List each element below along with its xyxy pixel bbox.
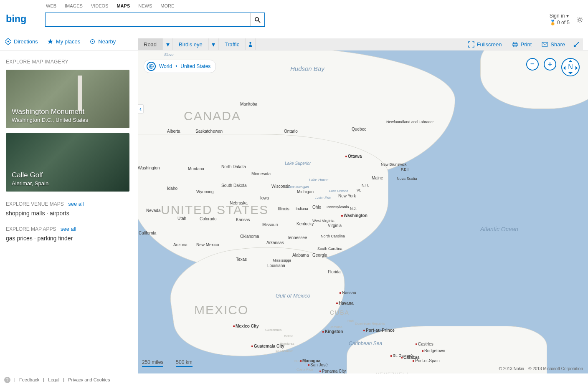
chevron-left-icon: ‹: [139, 105, 142, 113]
region-label: Newfoundland and Labrador: [386, 120, 434, 124]
footer: ? | Feedback | Legal | Privacy and Cooki…: [0, 373, 138, 386]
city-label: Kingston: [322, 329, 343, 334]
region-label: N.H.: [362, 183, 369, 187]
svg-point-3: [579, 19, 581, 21]
region-label: Haiti: [347, 319, 354, 323]
nav-videos[interactable]: VIDEOS: [91, 3, 109, 8]
imagery-card-2[interactable]: Calle Golf Alerimar, Spain: [6, 133, 129, 192]
nav-web[interactable]: WEB: [46, 3, 56, 8]
print-button[interactable]: Print: [507, 38, 537, 50]
region-label: Belize: [284, 334, 293, 338]
imagery-heading: EXPLORE MAP IMAGERY: [6, 59, 132, 65]
directions-icon: [5, 38, 11, 45]
sidebar: EXPLORE MAP IMAGERY Washington Monument …: [0, 50, 138, 373]
region-label: Kansas: [236, 217, 250, 222]
nav-more[interactable]: MORE: [160, 3, 174, 8]
region-label: Washington: [138, 166, 160, 170]
region-label: Florida: [328, 270, 341, 274]
sign-in-link[interactable]: Sign in ▾: [550, 13, 570, 19]
traffic-button[interactable]: Traffic: [219, 38, 246, 50]
venue-item-malls[interactable]: shopping malls: [6, 210, 45, 217]
region-label: Dominican Republic: [355, 322, 385, 325]
collapse-right-button[interactable]: [570, 38, 583, 50]
footer-privacy[interactable]: Privacy and Cookies: [68, 377, 110, 382]
attribution: © 2013 Nokia© 2013 Microsoft Corporation: [494, 366, 583, 371]
location-breadcrumb[interactable]: World • United States: [144, 60, 216, 73]
collapse-icon: [573, 41, 580, 48]
app-item-parking[interactable]: parking finder: [37, 235, 73, 242]
fullscreen-button[interactable]: Fullscreen: [463, 38, 507, 50]
view-road-button[interactable]: Road: [138, 38, 163, 50]
app-item-gas[interactable]: gas prices: [6, 235, 33, 242]
map-toolbar: Road ▾ Bird's eye ▾ Traffic Fullscreen P…: [138, 38, 583, 50]
search-input[interactable]: [46, 13, 250, 26]
region-label: N.J.: [350, 207, 357, 211]
nearby-link[interactable]: Nearby: [89, 38, 116, 45]
region-label: Vt.: [357, 188, 361, 192]
region-label: Nebraska: [230, 201, 248, 205]
bing-logo[interactable]: bing: [6, 13, 38, 27]
rewards-count[interactable]: 🏅 0 of 5: [550, 19, 570, 26]
view-road-dropdown[interactable]: ▾: [163, 38, 173, 50]
apps-see-all[interactable]: see all: [61, 226, 76, 232]
settings-button[interactable]: [577, 17, 583, 25]
sidebar-collapse-button[interactable]: ‹: [138, 104, 144, 114]
zoom-out-button[interactable]: −: [526, 58, 539, 71]
card-title: Calle Golf: [12, 171, 48, 179]
card-subtitle: Washington D.C., United States: [12, 117, 88, 123]
svg-line-10: [578, 21, 578, 22]
venue-see-all[interactable]: see all: [68, 201, 84, 207]
region-label: South Carolina: [317, 247, 342, 251]
nav-maps[interactable]: MAPS: [117, 3, 130, 8]
search-button[interactable]: [250, 13, 264, 26]
my-places-link[interactable]: My places: [47, 38, 81, 45]
compass-control[interactable]: N: [561, 58, 580, 76]
region-label: Nova Scotia: [397, 177, 417, 181]
region-label: Wyoming: [196, 189, 214, 194]
region-label: Arizona: [173, 242, 188, 247]
water-label: Gulf of Mexico: [276, 293, 310, 299]
search-icon: [254, 17, 261, 23]
svg-line-2: [258, 20, 260, 23]
share-button[interactable]: Share: [537, 38, 570, 50]
streetside-button[interactable]: [246, 38, 256, 50]
water-label: Atlantic Ocean: [480, 226, 518, 232]
country-label: CUBA: [330, 309, 350, 316]
apps-heading: EXPLORE MAP APPS: [6, 226, 56, 232]
monument-thumb: [78, 76, 82, 111]
footer-feedback[interactable]: Feedback: [19, 377, 39, 382]
view-birdseye-dropdown[interactable]: ▾: [209, 38, 219, 50]
view-birdseye-button[interactable]: Bird's eye: [173, 38, 209, 50]
footer-legal[interactable]: Legal: [48, 377, 59, 382]
map-canvas[interactable]: World • United States − + N CANADA UNITE…: [138, 50, 588, 373]
country-label: VENEZUELA: [376, 372, 409, 373]
region-label: North Carolina: [321, 234, 345, 238]
zoom-in-button[interactable]: +: [544, 58, 556, 71]
svg-line-8: [578, 18, 578, 18]
help-icon: ?: [6, 378, 9, 382]
country-label: CANADA: [184, 109, 241, 123]
region-label: Illinois: [278, 207, 289, 211]
imagery-card-1[interactable]: Washington Monument Washington D.C., Uni…: [6, 70, 129, 128]
nav-news[interactable]: NEWS: [138, 3, 152, 8]
print-icon: [512, 41, 518, 48]
city-label: Nassau: [340, 290, 356, 295]
directions-link[interactable]: Directions: [5, 38, 38, 45]
region-label: Texas: [236, 257, 247, 262]
nav-images[interactable]: IMAGES: [65, 3, 83, 8]
region-label: Alabama: [292, 253, 309, 257]
svg-point-15: [92, 41, 93, 42]
svg-marker-13: [48, 39, 53, 44]
region-label: Missouri: [262, 222, 278, 227]
water-label: Lake Michigan: [287, 185, 309, 189]
venue-item-airports[interactable]: airports: [50, 210, 69, 217]
card-title: Washington Monument: [12, 108, 88, 116]
region-label: Pennsylvania: [327, 205, 349, 209]
water-label: Hudson Bay: [290, 65, 324, 72]
city-label: Guatemala City: [251, 344, 284, 348]
region-label: Oklahoma: [240, 234, 259, 239]
help-button[interactable]: ?: [4, 377, 10, 383]
region-label: Maine: [372, 176, 383, 180]
region-label: Jamaica: [330, 325, 342, 329]
region-label: Tennessee: [287, 235, 307, 240]
